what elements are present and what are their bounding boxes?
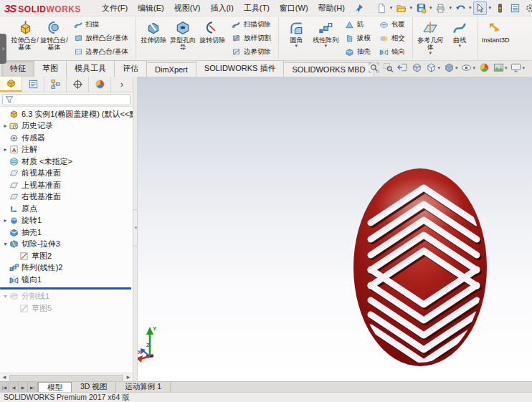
reference-geometry-button[interactable]: 参考几何体▾ xyxy=(416,18,445,59)
tree-item-mirror-feat[interactable]: 镜向1 xyxy=(0,274,133,286)
view-settings-button[interactable]: ▾ xyxy=(509,62,526,74)
pin-icon[interactable] xyxy=(354,4,364,13)
zoom-to-fit-button[interactable] xyxy=(367,62,381,74)
expander-icon[interactable]: ▾ xyxy=(1,293,9,300)
previous-view-button[interactable] xyxy=(396,62,409,74)
menu-1[interactable]: 文件(F) xyxy=(97,1,133,16)
panel-flyout-handle[interactable]: › xyxy=(0,34,6,64)
rebuild-button[interactable] xyxy=(493,1,507,15)
extrude-boss-button[interactable]: 拉伸凸台/基体 xyxy=(10,18,39,59)
tree-item-pattern[interactable]: 阵列(线性)2 xyxy=(0,262,133,274)
options-gear-button[interactable] xyxy=(523,1,532,15)
tab-模具工具[interactable]: 模具工具 xyxy=(66,60,115,77)
task-pane-list-button[interactable] xyxy=(508,1,522,15)
scroll-left-arrow[interactable]: ◄ xyxy=(0,373,9,381)
tab-solidworks-mbd[interactable]: SOLIDWORKS MBD xyxy=(283,62,374,77)
tree-item-revolve[interactable]: ▸旋转1 xyxy=(0,215,133,227)
tree-item-sketch[interactable]: 草图5 xyxy=(0,302,133,315)
expander-icon[interactable]: ▸ xyxy=(1,146,9,153)
tree-item-plane[interactable]: 上视基准面 xyxy=(0,179,133,191)
splitter-grip[interactable] xyxy=(133,209,138,247)
linear-pattern-button[interactable]: 线性阵列▾ xyxy=(311,18,341,59)
prev-tab-button[interactable]: ◀ xyxy=(9,382,19,392)
apply-scene-button[interactable]: ▾ xyxy=(492,62,509,74)
dropdown-caret-icon[interactable]: ▾ xyxy=(429,5,432,11)
tab-solidworks-插件[interactable]: SOLIDWORKS 插件 xyxy=(196,60,285,77)
print-document-button[interactable] xyxy=(434,1,447,15)
tab-评估[interactable]: 评估 xyxy=(114,60,147,77)
tab-dimxpert[interactable]: DimXpert xyxy=(146,62,196,77)
tree-item-history[interactable]: ▸历史记录 xyxy=(0,120,133,133)
tree-item-part[interactable]: 6.3 实例1(椭圆盖建模) (默认<<默认>_显 xyxy=(0,108,133,120)
tree-item-material[interactable]: 材质 <未指定> xyxy=(0,155,133,168)
tree-filter-input[interactable] xyxy=(2,94,130,105)
expander-icon[interactable]: ▸ xyxy=(1,123,9,129)
revolve-cut-button[interactable]: 旋转切除 xyxy=(198,18,227,59)
zoom-to-area-button[interactable] xyxy=(381,62,395,74)
fillet-button[interactable]: 圆角▾ xyxy=(282,18,311,59)
doc-tab-motion-study[interactable]: 运动算例 1 xyxy=(116,382,171,392)
tree-item-plane[interactable]: 右视基准面 xyxy=(0,191,133,204)
intersect-button[interactable]: 相交 xyxy=(376,32,408,45)
tree-item-cut-extrude[interactable]: ▾切除-拉伸3 xyxy=(0,239,133,251)
edit-appearance-button[interactable] xyxy=(478,62,491,74)
menu-3[interactable]: 视图(V) xyxy=(169,1,206,16)
next-tab-button[interactable]: ▶ xyxy=(19,382,28,392)
menu-4[interactable]: 插入(I) xyxy=(205,1,238,16)
tree-item-sensor[interactable]: 传感器 xyxy=(0,132,133,144)
open-document-button[interactable] xyxy=(394,1,408,15)
tab-特征[interactable]: 特征 xyxy=(1,60,34,77)
revolve-boss-button[interactable]: 旋转凸台/基体 xyxy=(39,18,69,59)
boundary-button[interactable]: 边界凸台/基体 xyxy=(70,45,131,59)
panel-tab-displaymanager[interactable] xyxy=(89,77,111,92)
tree-item-split-line[interactable]: ▾分割线1 xyxy=(0,291,133,303)
dropdown-caret-icon[interactable]: ▾ xyxy=(488,5,491,11)
tab-草图[interactable]: 草图 xyxy=(34,60,67,77)
panel-horizontal-scrollbar[interactable]: ◄ ► xyxy=(0,373,133,381)
tree-item-shell-feat[interactable]: 抽壳1 xyxy=(0,226,133,239)
select-cursor-button[interactable] xyxy=(473,1,487,15)
scrollbar-thumb[interactable] xyxy=(9,375,123,381)
rollback-bar[interactable] xyxy=(0,287,131,289)
draft-button[interactable]: 拔模 xyxy=(342,32,374,45)
mirror-button[interactable]: 镜向 xyxy=(376,45,408,59)
save-document-button[interactable] xyxy=(414,1,428,15)
new-document-button[interactable] xyxy=(375,1,389,15)
doc-tab-model[interactable]: 模型 xyxy=(38,382,72,392)
chevron-down-icon[interactable]: ▾ xyxy=(458,44,461,48)
tree-item-sketch[interactable]: 草图2 xyxy=(0,250,133,262)
expander-icon[interactable]: ▸ xyxy=(1,217,9,224)
display-style-button[interactable]: ▾ xyxy=(442,62,460,74)
loft-cut-button[interactable]: 放样切割 xyxy=(229,32,274,45)
chevron-down-icon[interactable]: ▾ xyxy=(522,65,525,71)
section-view-button[interactable] xyxy=(410,62,424,74)
expander-icon[interactable]: ▾ xyxy=(1,241,9,247)
hide-show-items-button[interactable]: ▾ xyxy=(460,62,477,74)
undo-button[interactable] xyxy=(454,1,467,15)
menu-2[interactable]: 编辑(E) xyxy=(133,1,169,16)
chevron-down-icon[interactable]: ▾ xyxy=(455,65,458,71)
elliptical-cover-model[interactable] xyxy=(138,77,532,381)
loft-button[interactable]: 放样凸台/基体 xyxy=(70,32,131,45)
rib-button[interactable]: 筋 xyxy=(342,18,374,32)
wrap-button[interactable]: 包覆 xyxy=(376,18,408,32)
menu-6[interactable]: 窗口(W) xyxy=(275,1,313,16)
chevron-down-icon[interactable]: ▾ xyxy=(472,65,475,71)
instant3d-button[interactable]: Instant3D xyxy=(481,18,510,59)
menu-5[interactable]: 工具(T) xyxy=(239,1,275,16)
panel-expand-chevron-icon[interactable]: › xyxy=(111,77,133,92)
sweep-button[interactable]: 扫描 xyxy=(70,18,131,32)
chevron-down-icon[interactable]: ▾ xyxy=(429,51,432,55)
panel-tab-featuremanager[interactable] xyxy=(0,77,22,92)
chevron-down-icon[interactable]: ▾ xyxy=(505,65,508,71)
sweep-cut-button[interactable]: 扫描切除 xyxy=(229,18,274,32)
hole-wizard-button[interactable]: 异型孔向导 xyxy=(168,18,198,59)
tree-item-annotations[interactable]: ▸A注解 xyxy=(0,144,133,156)
tree-item-plane[interactable]: 前视基准面 xyxy=(0,168,133,180)
panel-tab-dimxpertmanager[interactable] xyxy=(67,77,89,92)
dropdown-caret-icon[interactable]: ▾ xyxy=(409,5,412,11)
curves-button[interactable]: 曲线▾ xyxy=(445,18,475,59)
first-tab-button[interactable]: |◀ xyxy=(0,382,9,392)
dropdown-caret-icon[interactable]: ▾ xyxy=(390,5,393,11)
shell-button[interactable]: 抽壳 xyxy=(342,45,374,59)
